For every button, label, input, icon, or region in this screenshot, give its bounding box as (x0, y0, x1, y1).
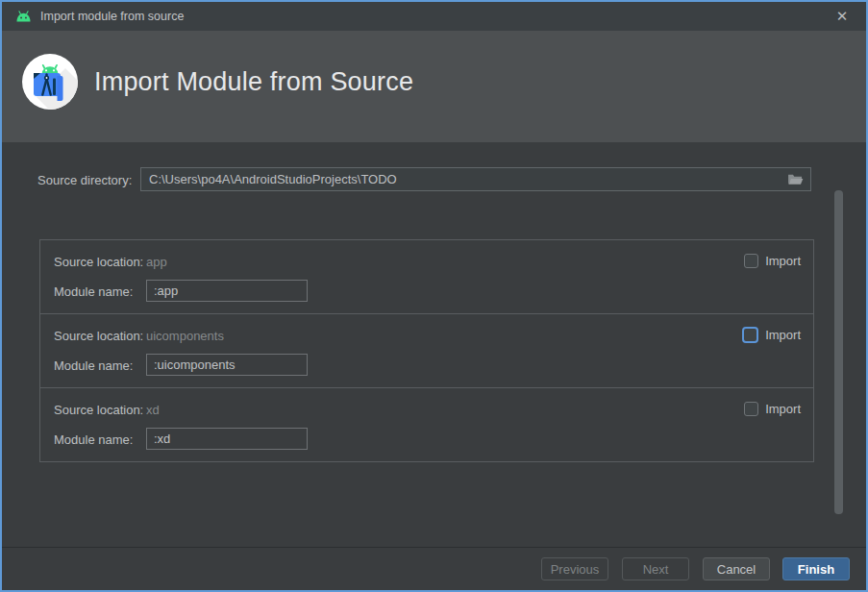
module-row-xd: Source location: xd Module name: Import (39, 387, 814, 462)
source-location-label: Source location: (54, 255, 143, 269)
next-button[interactable]: Next (622, 557, 689, 580)
vertical-scrollbar[interactable] (834, 190, 843, 514)
import-module-dialog: Import module from source ✕ (0, 0, 868, 592)
folder-icon (786, 172, 805, 186)
android-studio-logo-icon (22, 54, 78, 110)
source-directory-input[interactable] (140, 167, 811, 191)
import-toggle[interactable]: Import (744, 400, 801, 417)
finish-button[interactable]: Finish (782, 557, 850, 580)
window-title: Import module from source (40, 10, 184, 23)
footer-divider (2, 547, 866, 548)
module-name-label: Module name: (54, 284, 133, 299)
source-location-value: app (146, 255, 167, 269)
import-toggle[interactable]: Import (744, 252, 801, 269)
titlebar: Import module from source ✕ (2, 2, 866, 31)
android-head-icon (15, 10, 32, 23)
page-title: Import Module from Source (94, 67, 413, 97)
import-checkbox-focused[interactable] (742, 327, 758, 343)
source-location-value: uicomponents (146, 329, 224, 343)
module-name-input-uicomponents[interactable] (146, 354, 308, 376)
module-list: Source location: app Module name: Import… (39, 239, 814, 462)
source-location-value: xd (146, 403, 160, 417)
import-toggle[interactable]: Import (742, 326, 801, 343)
source-location-label: Source location: (54, 329, 143, 343)
module-name-input-xd[interactable] (146, 428, 308, 450)
previous-button[interactable]: Previous (541, 557, 608, 580)
module-row-app: Source location: app Module name: Import (39, 239, 814, 314)
module-name-input-app[interactable] (146, 280, 308, 302)
module-name-label: Module name: (54, 358, 133, 373)
browse-folder-button[interactable] (784, 170, 806, 188)
module-row-uicomponents: Source location: uicomponents Module nam… (39, 313, 814, 388)
cancel-button[interactable]: Cancel (703, 557, 770, 580)
close-icon[interactable]: ✕ (831, 6, 853, 27)
import-checkbox[interactable] (744, 254, 758, 268)
source-location-label: Source location: (54, 403, 143, 417)
import-label: Import (765, 402, 801, 416)
import-label: Import (765, 254, 801, 268)
source-directory-label: Source directory: (37, 173, 132, 187)
import-checkbox[interactable] (744, 402, 758, 416)
import-label: Import (765, 328, 801, 342)
module-name-label: Module name: (54, 432, 133, 447)
